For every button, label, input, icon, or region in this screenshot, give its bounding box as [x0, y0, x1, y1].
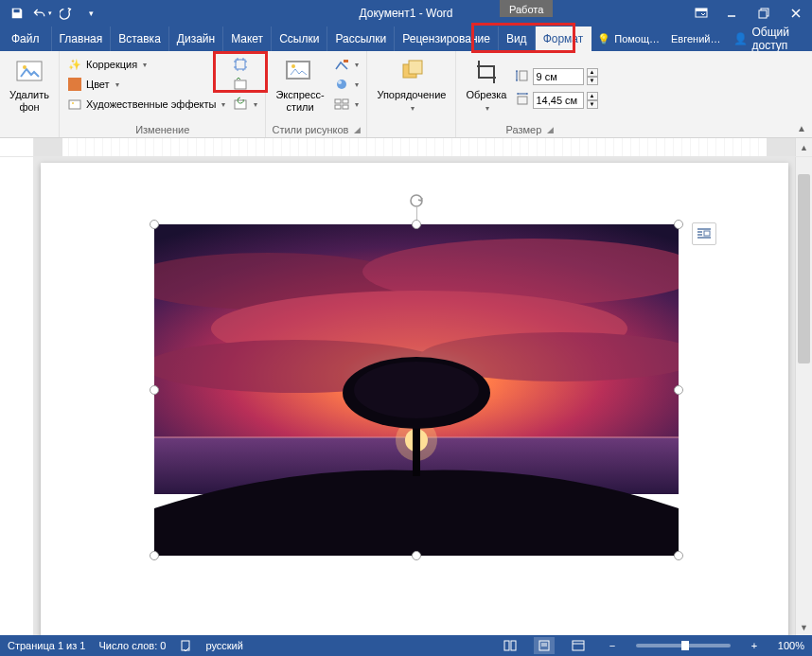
- resize-handle-tl[interactable]: [150, 220, 159, 229]
- group-label-adjust: Изменение: [135, 124, 189, 135]
- minimize-button[interactable]: [715, 0, 748, 27]
- svg-point-39: [354, 362, 479, 418]
- web-layout-icon[interactable]: [568, 637, 589, 654]
- group-label-size: Размер: [506, 124, 542, 135]
- svg-rect-11: [235, 80, 246, 89]
- width-spin-down[interactable]: ▼: [587, 100, 598, 109]
- tab-format[interactable]: Формат: [536, 27, 592, 51]
- width-icon: [515, 92, 530, 110]
- language-indicator[interactable]: русский: [205, 640, 242, 651]
- resize-handle-bm[interactable]: [412, 551, 421, 560]
- artistic-effects-button[interactable]: Художественные эффекты▾: [65, 95, 227, 114]
- corrections-button[interactable]: ✨Коррекция▾: [65, 55, 227, 74]
- height-spin-up[interactable]: ▲: [587, 68, 598, 77]
- tab-file[interactable]: Файл: [0, 27, 52, 51]
- save-icon[interactable]: [6, 2, 28, 25]
- change-picture-button[interactable]: [231, 75, 259, 94]
- redo-icon[interactable]: [55, 2, 78, 25]
- lightbulb-icon: 💡: [597, 33, 610, 45]
- tab-design[interactable]: Дизайн: [169, 27, 223, 51]
- size-launcher-icon[interactable]: ◢: [547, 125, 554, 134]
- tab-insert[interactable]: Вставка: [111, 27, 169, 51]
- zoom-in-button[interactable]: +: [744, 637, 765, 654]
- ribbon-tabs: Файл Главная Вставка Дизайн Макет Ссылки…: [0, 27, 812, 51]
- resize-handle-tm[interactable]: [412, 220, 421, 229]
- ribbon-display-options-icon[interactable]: [687, 0, 715, 27]
- resize-handle-bl[interactable]: [150, 551, 159, 560]
- tab-view[interactable]: Вид: [499, 27, 536, 51]
- share-button[interactable]: 👤Общий доступ: [726, 27, 812, 51]
- document-canvas[interactable]: [34, 157, 795, 635]
- quick-styles-button[interactable]: Экспресс- стили: [272, 55, 327, 122]
- zoom-out-button[interactable]: −: [602, 637, 623, 654]
- group-label-styles: Стили рисунков: [272, 124, 348, 135]
- picture-border-button[interactable]: ▾: [332, 55, 361, 74]
- read-mode-icon[interactable]: [500, 637, 521, 654]
- picture-layout-button[interactable]: ▾: [332, 95, 361, 114]
- print-layout-icon[interactable]: [534, 637, 555, 654]
- undo-icon[interactable]: ▾: [30, 2, 53, 25]
- svg-rect-19: [343, 99, 348, 103]
- resize-handle-br[interactable]: [674, 551, 683, 560]
- resize-handle-mr[interactable]: [674, 385, 683, 395]
- document-title: Документ1 - Word: [359, 7, 452, 20]
- tell-me-search[interactable]: 💡Помощ…: [591, 27, 665, 51]
- remove-background-button[interactable]: Удалить фон: [6, 55, 53, 133]
- height-spin-down[interactable]: ▼: [587, 77, 598, 85]
- horizontal-ruler[interactable]: [34, 138, 795, 156]
- title-bar: ▾ ▾ Документ1 - Word Работа: [0, 0, 812, 27]
- close-button[interactable]: [780, 0, 812, 27]
- word-count[interactable]: Число слов: 0: [98, 640, 166, 651]
- crop-button[interactable]: Обрезка▾: [462, 55, 510, 122]
- svg-rect-47: [573, 641, 584, 650]
- qat-customize-icon[interactable]: ▾: [79, 2, 102, 25]
- zoom-slider[interactable]: [636, 644, 731, 647]
- artistic-icon: [67, 97, 82, 112]
- reset-picture-button[interactable]: ▾: [231, 95, 259, 114]
- svg-rect-12: [235, 100, 246, 109]
- zoom-level[interactable]: 100%: [778, 640, 804, 651]
- compress-icon: [233, 57, 248, 72]
- effects-icon: [334, 77, 349, 92]
- zoom-slider-thumb[interactable]: [681, 641, 689, 650]
- height-input[interactable]: [533, 68, 584, 85]
- reset-icon: [233, 97, 248, 112]
- vertical-scrollbar[interactable]: ▼: [795, 157, 812, 635]
- scroll-down-arrow[interactable]: ▼: [796, 620, 812, 635]
- scrollbar-thumb[interactable]: [798, 174, 810, 363]
- collapse-ribbon-icon[interactable]: ▲: [797, 123, 806, 133]
- tab-mailings[interactable]: Рассылки: [327, 27, 395, 51]
- corrections-icon: ✨: [67, 57, 82, 72]
- picture-effects-button[interactable]: ▾: [332, 75, 361, 94]
- svg-rect-42: [504, 641, 509, 650]
- picture-content: [154, 224, 679, 556]
- ribbon: Удалить фон ✨Коррекция▾ Цвет▾ Художестве…: [0, 51, 812, 138]
- resize-handle-tr[interactable]: [674, 220, 683, 229]
- spell-check-icon[interactable]: [179, 639, 192, 652]
- page[interactable]: [41, 163, 788, 635]
- page-indicator[interactable]: Страница 1 из 1: [8, 640, 85, 651]
- vertical-ruler[interactable]: [0, 157, 34, 635]
- layout-options-button[interactable]: [692, 222, 716, 245]
- tab-references[interactable]: Ссылки: [272, 27, 327, 51]
- svg-rect-4: [759, 10, 767, 18]
- svg-rect-10: [236, 60, 245, 69]
- svg-point-9: [72, 102, 74, 104]
- color-button[interactable]: Цвет▾: [65, 75, 227, 94]
- resize-handle-ml[interactable]: [150, 385, 159, 395]
- svg-rect-23: [409, 61, 422, 74]
- document-area: ▼: [0, 157, 812, 635]
- arrange-button[interactable]: Упорядочение▾: [373, 55, 450, 133]
- selected-picture[interactable]: [154, 224, 679, 556]
- scroll-up-arrow[interactable]: ▲: [795, 138, 812, 156]
- tab-home[interactable]: Главная: [52, 27, 112, 51]
- tab-review[interactable]: Рецензирование: [395, 27, 499, 51]
- account-user[interactable]: Евгений…: [665, 27, 726, 51]
- styles-gallery-icon: [285, 57, 315, 87]
- tab-layout[interactable]: Макет: [223, 27, 272, 51]
- width-spin-up[interactable]: ▲: [587, 92, 598, 100]
- styles-launcher-icon[interactable]: ◢: [354, 125, 361, 134]
- restore-button[interactable]: [748, 0, 780, 27]
- width-input[interactable]: [533, 92, 584, 109]
- compress-pictures-button[interactable]: [231, 55, 259, 74]
